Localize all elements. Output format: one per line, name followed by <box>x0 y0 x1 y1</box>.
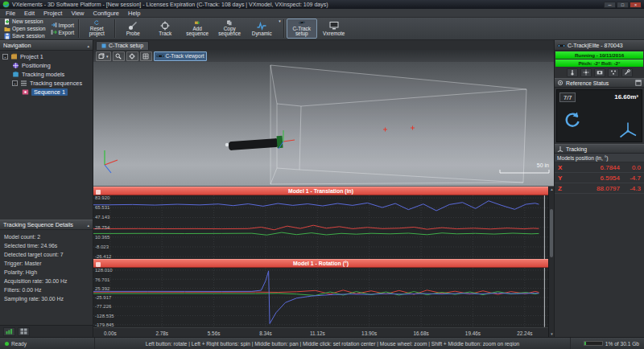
y-axis-label: 65.531 <box>95 205 109 210</box>
menu-edit[interactable]: Edit <box>24 10 35 17</box>
menu-file[interactable]: File <box>6 10 15 17</box>
reference-status-box: 7/7 16.60m³ <box>556 89 642 142</box>
reset-project-button[interactable]: Reset project <box>81 18 112 39</box>
chevron-down-icon[interactable]: ▾ <box>279 18 281 39</box>
y-axis-label: 25.392 <box>95 286 109 291</box>
wrench-icon <box>624 69 630 76</box>
ctrack-device-icon <box>296 20 308 26</box>
vxremote-button[interactable]: Vxremote <box>319 18 349 39</box>
tree-item-project[interactable]: - Project 1 <box>0 52 93 61</box>
menu-project[interactable]: Project <box>43 10 62 17</box>
project-icon <box>10 53 18 60</box>
tree-item-positioning[interactable]: Positioning <box>0 61 93 70</box>
y-axis-label: -8.023 <box>95 244 109 249</box>
ctrack-viewport-toggle[interactable]: C-Track viewport <box>154 51 207 61</box>
menu-help[interactable]: Help <box>128 10 140 17</box>
refresh-reference-icon[interactable] <box>564 111 581 129</box>
sun-icon <box>583 69 589 76</box>
open-folder-icon <box>4 26 10 32</box>
magnifier-icon <box>115 53 122 60</box>
copy-sequence-button[interactable]: Copy sequence <box>214 18 245 39</box>
ctrack-setup-button[interactable]: C-Track setup <box>287 18 317 39</box>
detail-line: Trigger: Master <box>4 259 89 268</box>
scrollbar-down-icon[interactable]: ▼ <box>549 331 555 337</box>
grid-icon <box>20 328 27 335</box>
save-session-button[interactable]: Save session <box>2 33 47 39</box>
detail-line: Sampling rate: 30.00 Hz <box>4 294 89 303</box>
signal-view-button[interactable] <box>3 327 15 336</box>
origin-triad-icon <box>105 150 118 173</box>
probe-button[interactable]: Probe <box>118 18 148 39</box>
time-tick-label: 16.68s <box>413 331 428 336</box>
menu-view[interactable]: View <box>71 10 84 17</box>
toolbar-separator <box>78 19 79 38</box>
y-axis-label: 76.701 <box>95 277 109 282</box>
y-axis-label: -25.917 <box>95 295 111 300</box>
tracking-header[interactable]: Tracking <box>555 144 644 154</box>
ctrack-tool-icons <box>555 67 644 78</box>
camera-view-button[interactable] <box>594 68 605 77</box>
y-axis-label: -128.535 <box>95 314 114 318</box>
tracking-icon <box>557 146 564 152</box>
panel-popout-icon[interactable] <box>635 80 642 86</box>
new-session-button[interactable]: New session <box>2 18 47 25</box>
settings-button[interactable] <box>621 68 633 77</box>
reference-status-header[interactable]: Reference Status <box>555 78 644 88</box>
menubar: File Edit Project View Configure Help <box>0 9 644 18</box>
add-sequence-button[interactable]: Add sequence <box>182 18 213 39</box>
chart-translation[interactable]: 83.92065.53147.14328.75410.365-8.023-26.… <box>93 195 548 259</box>
tree-item-sequence-1[interactable]: Sequence 1 <box>0 88 93 96</box>
navigation-header[interactable]: Navigation ▴ <box>0 40 93 51</box>
open-session-button[interactable]: Open session <box>2 26 47 32</box>
tree-expander-icon[interactable]: - <box>2 54 8 60</box>
grid-view-button[interactable] <box>18 327 30 336</box>
chart-header-icon <box>96 190 101 195</box>
tree-expander-icon[interactable]: - <box>12 80 18 86</box>
tree-item-tracking-sequences[interactable]: - Tracking sequences <box>0 79 93 88</box>
time-tick-label: 22.24s <box>517 331 532 336</box>
tracking-models-icon <box>12 71 19 78</box>
camera-icon <box>597 69 603 76</box>
sequence-details-header[interactable]: Tracking Sequence Details ▴ <box>0 220 93 230</box>
dynamic-button[interactable]: Dynamic <box>246 18 277 39</box>
toolbar-separator <box>114 19 115 38</box>
chart-scrollbar[interactable]: ▲ ▼ <box>548 187 554 337</box>
targets-button[interactable] <box>608 68 619 77</box>
ctrack-device-icon <box>156 53 164 60</box>
y-axis-label: 10.365 <box>95 235 109 240</box>
tab-ctrack-setup[interactable]: C-Track setup <box>96 41 149 50</box>
export-icon <box>51 29 57 35</box>
grid-toggle-button[interactable] <box>140 51 152 61</box>
viewport-3d[interactable]: ▾ C-Track viewport <box>93 50 554 187</box>
viewport-3d-scene[interactable]: 50 in <box>93 62 554 187</box>
navigation-tree: - Project 1 Positioning Tracking models … <box>0 51 93 220</box>
detail-line: Polarity: High <box>4 268 89 277</box>
maximize-button[interactable]: □ <box>617 2 629 8</box>
y-axis-label: 83.920 <box>95 195 109 200</box>
app-logo-icon <box>2 1 10 8</box>
close-button[interactable]: × <box>630 2 642 8</box>
time-tick-label: 0.00s <box>104 331 117 336</box>
view-mode-button[interactable]: ▾ <box>96 51 111 61</box>
copy-sequence-icon <box>225 20 234 26</box>
chart-header-icon <box>96 262 101 267</box>
ctrack-status-running: Running - 10/11/2016 <box>555 51 643 59</box>
import-button[interactable]: Import <box>49 22 76 28</box>
chart-rotation[interactable]: 128.01076.70125.392-25.917-77.226-128.53… <box>93 268 548 327</box>
position-row-x: X 6.7844 0.0 <box>555 162 644 173</box>
track-button[interactable]: Track <box>150 18 180 39</box>
charts-area: Model 1 - Translation (in) 83.92065.5314… <box>93 187 554 337</box>
menu-configure[interactable]: Configure <box>93 10 120 17</box>
scrollbar-up-icon[interactable]: ▲ <box>549 187 555 192</box>
targets-toggle-button[interactable] <box>126 51 138 61</box>
temperature-button[interactable] <box>567 68 578 77</box>
time-tick-label: 11.12s <box>310 331 325 336</box>
led-power-button[interactable] <box>580 68 592 77</box>
sequence-details-list: Model count: 2 Selected time: 24.96s Det… <box>0 230 93 325</box>
tree-item-tracking-models[interactable]: Tracking models <box>0 70 93 79</box>
fit-view-button[interactable] <box>113 51 125 61</box>
export-button[interactable]: Export <box>49 29 76 35</box>
detail-line: Selected time: 24.96s <box>4 241 89 250</box>
scrollbar-thumb[interactable] <box>550 209 553 257</box>
minimize-button[interactable]: ─ <box>604 2 616 8</box>
